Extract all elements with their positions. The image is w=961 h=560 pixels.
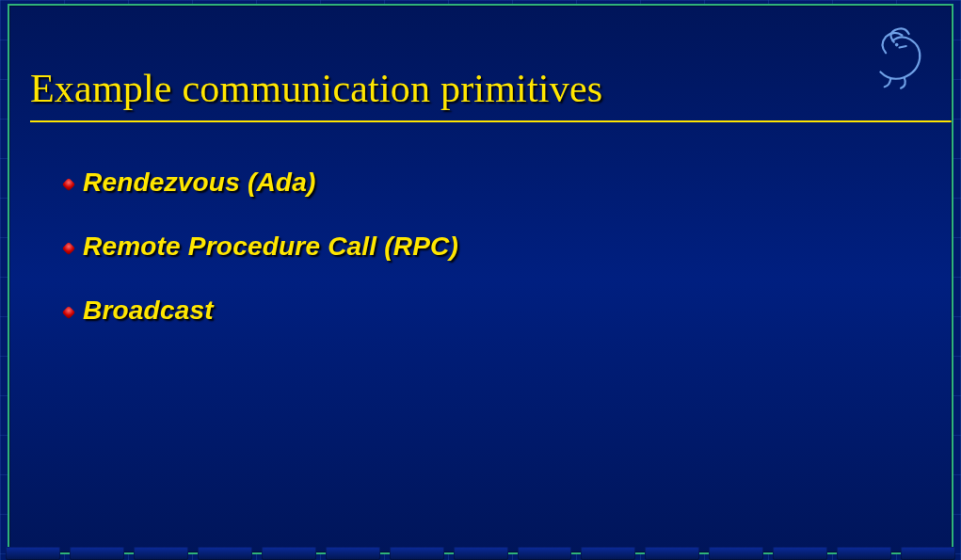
accent-segment xyxy=(134,547,188,560)
accent-segment xyxy=(518,547,572,560)
accent-segment xyxy=(198,547,252,560)
list-item: Remote Procedure Call (RPC) xyxy=(64,232,952,262)
bullet-text: Broadcast xyxy=(83,296,214,326)
title-area: Example communication primitives xyxy=(9,6,952,122)
accent-segment xyxy=(837,547,891,560)
diamond-bullet-icon xyxy=(64,244,73,253)
slide-frame: Example communication primitives Rendezv… xyxy=(8,4,953,554)
accent-segment xyxy=(454,547,508,560)
accent-segment xyxy=(390,547,444,560)
slide-content: Example communication primitives Rendezv… xyxy=(9,6,952,552)
bottom-accent-bar xyxy=(0,547,961,560)
accent-segment xyxy=(581,547,635,560)
list-item: Rendezvous (Ada) xyxy=(64,168,952,198)
list-item: Broadcast xyxy=(64,296,952,326)
accent-segment xyxy=(262,547,316,560)
accent-segment xyxy=(70,547,124,560)
accent-segment xyxy=(901,547,955,560)
accent-segment xyxy=(6,547,60,560)
slide-title: Example communication primitives xyxy=(30,66,952,111)
title-underline xyxy=(30,120,952,122)
accent-segment xyxy=(773,547,827,560)
accent-segment xyxy=(645,547,699,560)
bullet-text: Remote Procedure Call (RPC) xyxy=(83,232,458,262)
accent-segment xyxy=(709,547,763,560)
diamond-bullet-icon xyxy=(64,308,73,317)
diamond-bullet-icon xyxy=(64,180,73,189)
accent-segment xyxy=(326,547,380,560)
bullet-list: Rendezvous (Ada) Remote Procedure Call (… xyxy=(9,122,952,326)
bullet-text: Rendezvous (Ada) xyxy=(83,168,315,198)
